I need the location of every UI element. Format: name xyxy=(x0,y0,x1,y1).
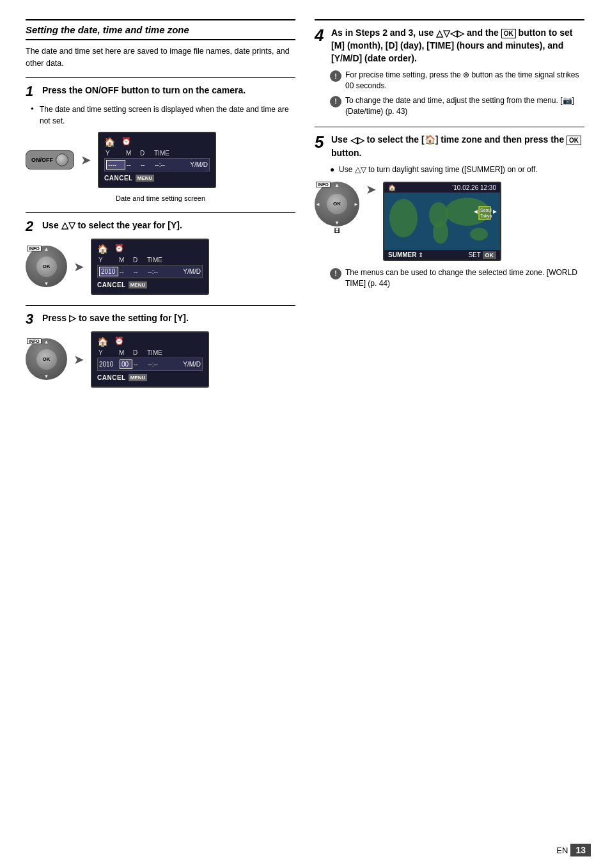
val-m: -- xyxy=(127,161,139,168)
note-icon-5: ! xyxy=(330,268,341,280)
menu-badge-3: MENU xyxy=(129,374,148,381)
step-1-number: 1 xyxy=(26,84,37,99)
col-time-2: TIME xyxy=(147,256,173,264)
col-m-3: M xyxy=(119,349,132,356)
ymd-label-3: Y/M/D xyxy=(175,361,201,368)
set-text: SET xyxy=(468,251,480,258)
step-2-screen: 🏠 ⏰ Y M D TIME 2010 -- -- --:-- xyxy=(91,239,209,295)
svg-point-3 xyxy=(433,221,448,244)
step-1-diagram: ON/OFF ➤ 🏠 ⏰ Y M D TIME xyxy=(26,132,295,188)
step-4-note-1: ! For precise time setting, press the ⊛ … xyxy=(330,70,584,91)
col-time-3: TIME xyxy=(147,349,173,356)
camera-control-5: ▲ ▼ ◄ ► OK xyxy=(315,182,359,226)
step-2-diagram: INFO ▲ ▼ OK ➤ 🏠 ⏰ xyxy=(26,239,295,295)
arrows-ud: ⇕ xyxy=(418,251,423,258)
world-map-area: Seoul Tokyo ◄ ► xyxy=(384,193,500,250)
onoff-button[interactable]: ON/OFF xyxy=(26,150,74,170)
clock-icon: ⏰ xyxy=(121,137,131,147)
col-y-2: Y xyxy=(98,256,118,264)
step-1-block: 1 Press the ON/OFF button to turn on the… xyxy=(26,77,295,202)
control-labels-5: ▲ ▼ ◄ ► xyxy=(315,182,359,226)
val-y: ---- xyxy=(106,160,125,170)
camera-control-wrapper-2: INFO ▲ ▼ OK xyxy=(26,246,67,287)
set-ok-label: SET OK xyxy=(468,251,496,258)
page-number: 13 xyxy=(570,844,591,856)
step-4-note-2-text: To change the date and time, adjust the … xyxy=(345,95,584,117)
label-top-3: ▲ xyxy=(44,339,49,345)
step-5-title: Use ◁▷ to select the [🏠] time zone and t… xyxy=(331,134,584,159)
val-d: -- xyxy=(141,161,153,168)
step-3-block: 3 Press ▷ to save the setting for [Y]. I… xyxy=(26,305,295,388)
col-d: D xyxy=(140,150,153,157)
onoff-icon xyxy=(56,154,68,166)
label-bottom-2: ▼ xyxy=(44,281,49,287)
col-d-3: D xyxy=(133,349,146,356)
col-time: TIME xyxy=(154,150,180,157)
label-top-5: ▲ xyxy=(334,182,340,188)
home-icon-2: 🏠 xyxy=(97,244,108,254)
info-label-5: INFO xyxy=(316,182,331,187)
screen-col-header-2: Y M D TIME xyxy=(97,256,203,264)
arrow-right-icon: ➤ xyxy=(81,152,91,168)
step-4-note-2: ! To change the date and time, adjust th… xyxy=(330,95,584,117)
arrow-right-5: ➤ xyxy=(366,182,377,197)
col-d-2: D xyxy=(133,256,146,264)
screen-top-icons: 🏠 ⏰ xyxy=(104,137,210,147)
cancel-label-2: CANCEL xyxy=(97,281,126,288)
screen-top-icons-3: 🏠 ⏰ xyxy=(97,336,203,347)
label-right-5: ► xyxy=(354,201,359,207)
step-4-title: As in Steps 2 and 3, use △▽◁▷ and the OK… xyxy=(331,27,584,65)
step-1-screen: 🏠 ⏰ Y M D TIME ---- -- -- --:-- xyxy=(98,132,216,188)
svg-text:◄: ◄ xyxy=(473,208,479,215)
step-2-title: Use △▽ to select the year for [Y]. xyxy=(42,219,182,232)
step-5-bullet-1-text: Use △▽ to turn daylight saving time ([SU… xyxy=(339,164,538,175)
screen-data-row-2: 2010 -- -- --:-- Y/M/D xyxy=(97,265,203,278)
screen-data-row-3: 2010 00 -- --:-- Y/M/D xyxy=(97,358,203,371)
step-5-number: 5 xyxy=(315,134,326,150)
step-5-note-2-text: The menus can be used to change the sele… xyxy=(345,267,584,289)
arrow-right-3: ➤ xyxy=(74,352,84,367)
val-time-3: --:-- xyxy=(148,361,173,368)
step-3-title: Press ▷ to save the setting for [Y]. xyxy=(42,312,189,325)
arrow-right-2: ➤ xyxy=(74,259,84,274)
col-y: Y xyxy=(106,150,125,157)
step-1-caption: Date and time setting screen xyxy=(26,194,295,202)
onoff-label: ON/OFF xyxy=(31,157,53,163)
film-icon: 🎞 xyxy=(315,228,359,234)
col-empty-3 xyxy=(174,349,201,356)
cancel-label: CANCEL xyxy=(104,175,133,182)
note-icon-1: ! xyxy=(330,70,341,82)
camera-control-wrapper-5: INFO ▲ ▼ ◄ ► OK 🎞 xyxy=(315,182,359,234)
step-3-screen: 🏠 ⏰ Y M D TIME 2010 00 -- --:-- xyxy=(91,331,209,388)
svg-text:Seoul: Seoul xyxy=(480,208,492,212)
step-1-title: Press the ON/OFF button to turn on the c… xyxy=(42,84,246,97)
world-screen-header: 🏠 '10.02.26 12:30 xyxy=(384,183,500,193)
control-labels-2: ▲ ▼ xyxy=(26,246,67,287)
home-icon-3: 🏠 xyxy=(97,336,108,347)
world-map-svg: Seoul Tokyo ◄ ► xyxy=(384,193,500,250)
info-label-2: INFO xyxy=(27,246,42,251)
val-m-2: -- xyxy=(120,268,132,275)
menu-badge: MENU xyxy=(136,175,155,182)
col-y-3: Y xyxy=(98,349,118,356)
label-bottom-3: ▼ xyxy=(44,374,49,379)
val-d-3: -- xyxy=(134,361,146,368)
ymd-label: Y/M/D xyxy=(182,161,208,168)
world-screen: 🏠 '10.02.26 12:30 xyxy=(383,182,501,261)
home-icon: 🏠 xyxy=(104,137,115,147)
camera-control-wrapper-3: INFO ▲ ▼ OK xyxy=(26,338,67,380)
val-time-2: --:-- xyxy=(148,268,173,275)
step-2-number: 2 xyxy=(26,219,37,233)
label-left-5: ◄ xyxy=(315,201,320,207)
screen-bottom-2: CANCEL MENU xyxy=(97,281,203,288)
control-labels-3: ▲ ▼ xyxy=(26,338,67,380)
intro-text: The date and time set here are saved to … xyxy=(26,45,295,70)
left-column: Setting the date, time and time zone The… xyxy=(26,19,295,398)
col-empty xyxy=(181,150,208,157)
val-time: --:-- xyxy=(155,161,180,168)
val-y-2: 2010 xyxy=(99,267,118,276)
right-column: 4 As in Steps 2 and 3, use △▽◁▷ and the … xyxy=(315,19,584,398)
step-4-block: 4 As in Steps 2 and 3, use △▽◁▷ and the … xyxy=(315,19,584,116)
page-footer: EN 13 xyxy=(556,844,591,856)
val-y-3: 2010 xyxy=(99,361,118,368)
